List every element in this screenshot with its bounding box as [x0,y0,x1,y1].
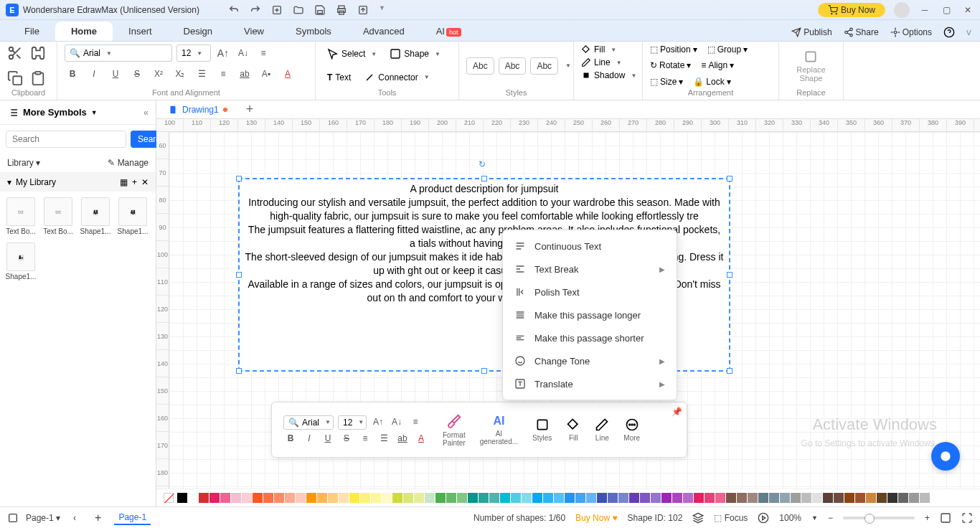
zoom-out-icon[interactable]: − [828,513,833,523]
shape-thumb[interactable]: txtText Bo... [43,197,73,235]
color-swatch[interactable] [317,493,327,503]
position-button[interactable]: ⬚ Position▾ [650,44,697,55]
color-swatch[interactable] [522,493,532,503]
color-swatch[interactable] [844,493,854,503]
zoom-in-icon[interactable]: + [925,513,930,523]
focus-button[interactable]: ⬚ Focus [714,513,748,523]
color-swatch[interactable] [726,493,736,503]
color-swatch[interactable] [898,493,908,503]
redo-icon[interactable] [250,4,261,16]
export-icon[interactable] [357,4,369,16]
layers-icon[interactable] [692,512,704,524]
resize-handle[interactable] [727,176,732,182]
no-color-swatch[interactable] [164,493,174,503]
bullet-list-icon[interactable]: ☰ [194,66,209,82]
ft-align-icon[interactable]: ≡ [408,415,423,428]
avatar[interactable] [894,2,910,18]
page-select[interactable]: Page-1 ▾ [26,513,60,523]
strikethrough-icon[interactable]: S [129,66,145,82]
new-icon[interactable] [271,4,283,16]
resize-handle[interactable] [727,368,732,374]
align-button[interactable]: ≡ Align▾ [701,60,734,70]
ft-underline-icon[interactable]: U [321,432,335,445]
document-tab[interactable]: Drawing1 [156,102,239,118]
color-swatch[interactable] [425,493,435,503]
shape-thumb[interactable]: txtText Bo... [6,197,36,235]
color-swatch[interactable] [328,493,338,503]
menu-symbols[interactable]: Symbols [280,22,347,41]
color-swatch[interactable] [758,493,768,503]
color-swatch[interactable] [285,493,295,503]
color-swatch[interactable] [834,493,844,503]
color-swatch[interactable] [780,493,790,503]
ft-fill[interactable]: Fill [562,418,585,442]
color-swatch[interactable] [231,493,241,503]
ft-italic-icon[interactable]: I [302,432,316,445]
library-dropdown[interactable]: Library ▾ [7,158,40,168]
color-swatch[interactable] [575,493,585,503]
color-swatch[interactable] [296,493,306,503]
color-swatch[interactable] [468,493,478,503]
menu-insert[interactable]: Insert [113,22,168,41]
color-swatch[interactable] [683,493,693,503]
pages-icon[interactable] [7,512,19,524]
buy-now-button[interactable]: Buy Now [818,3,885,17]
options-button[interactable]: Options [890,27,932,37]
ft-font-select[interactable]: 🔍Arial▼ [283,415,334,430]
color-swatch[interactable] [457,493,467,503]
color-swatch[interactable] [629,493,639,503]
resize-handle[interactable] [236,368,242,374]
color-swatch[interactable] [220,493,230,503]
text-tool[interactable]: TText [323,69,355,86]
cut-icon[interactable] [7,45,23,61]
pin-icon[interactable]: 📌 [672,407,682,417]
resize-handle[interactable] [236,176,242,182]
ft-line[interactable]: Line [590,418,613,442]
ft-grow-font-icon[interactable]: A↑ [371,415,385,428]
color-swatch[interactable] [672,493,682,503]
color-swatch[interactable] [543,493,553,503]
manage-button[interactable]: ✎ Manage [108,158,149,168]
play-icon[interactable] [758,512,769,524]
color-swatch[interactable] [479,493,489,503]
menu-view[interactable]: View [228,22,280,41]
color-swatch[interactable] [597,493,607,503]
ft-more[interactable]: More [619,418,644,442]
color-swatch[interactable] [403,493,413,503]
color-swatch[interactable] [209,493,220,503]
symbol-search-input[interactable] [6,131,126,148]
color-swatch[interactable] [866,493,876,503]
color-swatch[interactable] [877,493,887,503]
color-swatch[interactable] [887,493,897,503]
replace-shape-button[interactable]: Replace Shape [791,47,831,85]
ft-size-select[interactable]: 12▼ [338,415,367,430]
font-name-select[interactable]: 🔍Arial▼ [65,44,172,62]
shape-thumb[interactable]: 👩‍👧Shape1... [6,242,36,280]
color-swatch[interactable] [446,493,456,503]
color-swatch[interactable] [586,493,596,503]
collapse-ribbon-icon[interactable]: ᐯ [966,29,971,37]
shape-thumb[interactable]: 👨‍👩‍👧Shape1... [80,197,110,235]
menu-file[interactable]: File [9,22,55,41]
rotate-button[interactable]: ↻ Rotate▾ [650,60,691,70]
cm-shorter[interactable]: Make this passage shorter [503,326,677,349]
color-swatch[interactable] [242,493,252,503]
style-preset-3[interactable]: Abc [530,57,558,75]
select-tool[interactable]: Select▼ [323,45,381,62]
ft-numlist-icon[interactable]: ≡ [358,432,372,445]
color-swatch[interactable] [855,493,865,503]
close-button[interactable]: ✕ [961,4,974,16]
color-swatch[interactable] [188,493,198,503]
color-swatch[interactable] [532,493,542,503]
color-swatch[interactable] [392,493,402,503]
lib-add-icon[interactable]: + [132,177,137,187]
menu-design[interactable]: Design [168,22,228,41]
italic-icon[interactable]: I [86,66,102,82]
fullscreen-icon[interactable] [961,512,973,524]
color-swatch[interactable] [791,493,801,503]
color-swatch[interactable] [801,493,811,503]
color-swatch[interactable] [694,493,704,503]
share-button[interactable]: Share [844,27,879,37]
color-swatch[interactable] [382,493,392,503]
collapse-panel-icon[interactable]: « [143,108,149,118]
